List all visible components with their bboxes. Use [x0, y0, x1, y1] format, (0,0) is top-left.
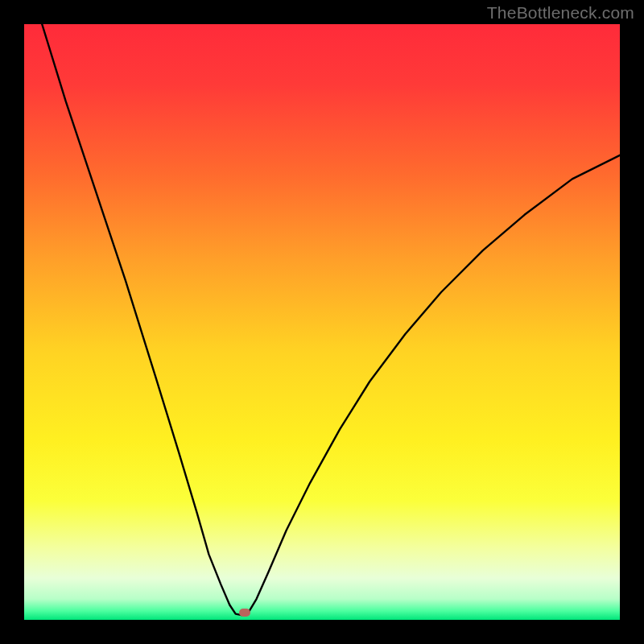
bottleneck-plot — [24, 24, 620, 620]
gradient-background — [24, 24, 620, 620]
watermark-text: TheBottleneck.com — [487, 3, 634, 23]
chart-frame: TheBottleneck.com — [0, 0, 644, 644]
minimum-marker — [239, 609, 250, 617]
